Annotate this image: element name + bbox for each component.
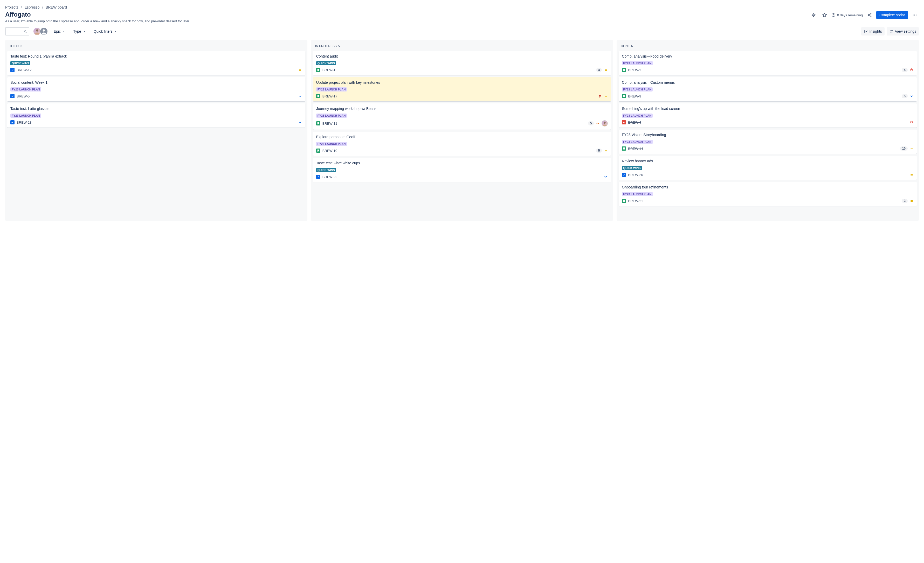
card[interactable]: Update project plan with key milestonesF…: [313, 77, 611, 101]
card[interactable]: Comp. analysis—Custom menusFY23 LAUNCH P…: [619, 77, 917, 101]
issue-key[interactable]: BREW-1: [322, 68, 335, 72]
issue-key[interactable]: BREW-23: [16, 121, 32, 124]
story-points: 5: [588, 121, 594, 126]
task-icon: [10, 94, 15, 98]
epic-label[interactable]: FY23 LAUNCH PLAN: [316, 87, 347, 91]
card[interactable]: Taste test: Flate white cupsQUICK WINSBR…: [313, 158, 611, 182]
epic-label[interactable]: QUICK WINS: [622, 166, 642, 170]
issue-key[interactable]: BREW-12: [16, 68, 32, 72]
avatar-unassigned[interactable]: [40, 27, 48, 36]
svg-point-4: [913, 15, 914, 15]
card-title: FY23 Vision: Storyboarding: [622, 133, 914, 137]
epic-label[interactable]: FY23 LAUNCH PLAN: [622, 87, 652, 91]
card[interactable]: Explore personas: GeoffFY23 LAUNCH PLANB…: [313, 132, 611, 156]
column-count: 5: [338, 44, 340, 48]
card[interactable]: Taste test: Latte glassesFY23 LAUNCH PLA…: [7, 103, 305, 127]
card-title: Taste test: Latte glasses: [10, 106, 302, 111]
epic-label[interactable]: FY23 LAUNCH PLAN: [10, 114, 41, 118]
sliders-icon: [889, 29, 893, 33]
priority-medium-icon: [909, 147, 914, 151]
card[interactable]: Comp. analysis—Food deliveryFY23 LAUNCH …: [619, 51, 917, 75]
breadcrumb-projects[interactable]: Projects: [5, 5, 18, 9]
story-icon: [622, 147, 626, 151]
chevron-down-icon: [62, 30, 65, 33]
epic-filter-label: Epic: [54, 29, 61, 33]
star-icon[interactable]: [820, 11, 829, 19]
task-icon: [10, 68, 15, 72]
priority-low-icon: [909, 94, 914, 98]
issue-key[interactable]: BREW-2: [628, 68, 641, 72]
epic-label[interactable]: FY23 LAUNCH PLAN: [622, 192, 652, 196]
priority-low-icon: [298, 94, 302, 98]
story-icon: [622, 199, 626, 203]
issue-key[interactable]: BREW-5: [16, 94, 30, 98]
epic-label[interactable]: QUICK WINS: [10, 61, 30, 65]
issue-key[interactable]: BREW-3: [628, 94, 641, 98]
breadcrumb-board[interactable]: BREW board: [46, 5, 67, 9]
epic-label[interactable]: FY23 LAUNCH PLAN: [622, 61, 652, 65]
assignee-avatar[interactable]: [602, 120, 608, 126]
epic-label[interactable]: FY23 LAUNCH PLAN: [10, 87, 41, 91]
priority-medium-icon: [298, 68, 302, 72]
view-settings-label: View settings: [895, 29, 916, 33]
issue-key[interactable]: BREW-20: [628, 173, 643, 177]
card-title: Taste test: Flate white cups: [316, 161, 608, 165]
card[interactable]: Onboarding tour refinementsFY23 LAUNCH P…: [619, 182, 917, 206]
epic-label[interactable]: FY23 LAUNCH PLAN: [622, 140, 652, 144]
type-filter[interactable]: Type: [71, 28, 88, 35]
card-title: Journey mapping workshop w/ Beanz: [316, 106, 608, 111]
breadcrumb-project[interactable]: Espresso: [24, 5, 39, 9]
issue-key[interactable]: BREW-10: [322, 149, 338, 153]
quick-filters[interactable]: Quick filters: [92, 28, 119, 35]
card-title: Social content: Week 1: [10, 80, 302, 84]
epic-filter[interactable]: Epic: [52, 28, 68, 35]
issue-key[interactable]: BREW-17: [322, 94, 338, 98]
more-icon[interactable]: [910, 11, 919, 19]
card[interactable]: Review banner adsQUICK WINSBREW-20: [619, 156, 917, 180]
chart-icon: [864, 29, 868, 33]
column-todo: To Do 3 Taste test: Round 1 (vanilla ext…: [5, 40, 308, 221]
board: To Do 3 Taste test: Round 1 (vanilla ext…: [5, 40, 919, 221]
priority-medium-icon: [909, 199, 914, 203]
svg-point-10: [892, 30, 892, 31]
complete-sprint-button[interactable]: Complete sprint: [876, 11, 908, 19]
story-icon: [316, 121, 320, 126]
story-icon: [622, 94, 626, 98]
search-box[interactable]: [5, 27, 29, 36]
epic-label[interactable]: QUICK WINS: [316, 61, 336, 65]
card[interactable]: Taste test: Round 1 (vanilla extract)QUI…: [7, 51, 305, 75]
card[interactable]: FY23 Vision: StoryboardingFY23 LAUNCH PL…: [619, 130, 917, 154]
priority-medium-icon: [604, 148, 608, 153]
breadcrumb-sep: /: [21, 5, 22, 9]
priority-high-icon: [596, 121, 600, 126]
issue-key[interactable]: BREW-4: [628, 121, 641, 124]
priority-medium-icon: [909, 173, 914, 177]
issue-key[interactable]: BREW-14: [628, 147, 643, 151]
card[interactable]: Social content: Week 1FY23 LAUNCH PLANBR…: [7, 77, 305, 101]
header-actions: 0 days remaining Complete sprint: [810, 11, 919, 19]
epic-label[interactable]: QUICK WINS: [316, 168, 336, 172]
search-icon: [24, 30, 27, 33]
story-points: 3: [902, 199, 908, 203]
epic-label[interactable]: FY23 LAUNCH PLAN: [622, 114, 652, 118]
epic-label[interactable]: FY23 LAUNCH PLAN: [316, 114, 347, 118]
story-icon: [316, 68, 320, 72]
card[interactable]: Content auditQUICK WINSBREW-14: [313, 51, 611, 75]
epic-label[interactable]: FY23 LAUNCH PLAN: [316, 142, 347, 146]
column-header: Done 6: [619, 42, 917, 49]
svg-point-8: [36, 29, 38, 31]
share-icon[interactable]: [866, 11, 874, 19]
svg-point-9: [43, 29, 45, 31]
card[interactable]: Journey mapping workshop w/ BeanzFY23 LA…: [313, 103, 611, 130]
column-in-progress: In Progress 5 Content auditQUICK WINSBRE…: [311, 40, 613, 221]
card[interactable]: Something's up with the load screenFY23 …: [619, 103, 917, 127]
svg-point-11: [891, 31, 891, 32]
priority-highest-icon: [909, 68, 914, 72]
insights-button[interactable]: Insights: [861, 27, 885, 36]
automation-icon[interactable]: [810, 11, 818, 19]
issue-key[interactable]: BREW-11: [322, 121, 338, 126]
issue-key[interactable]: BREW-21: [628, 199, 643, 203]
view-settings-button[interactable]: View settings: [886, 27, 919, 36]
search-input[interactable]: [8, 29, 22, 33]
issue-key[interactable]: BREW-22: [322, 175, 338, 179]
